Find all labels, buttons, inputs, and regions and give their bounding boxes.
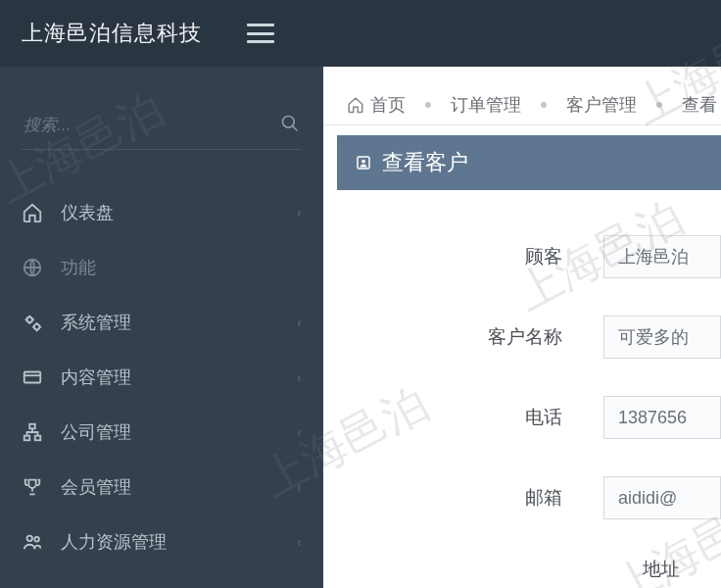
svg-rect-7 — [29, 424, 35, 429]
panel-header: 查看客户 — [337, 135, 721, 190]
sidebar-item-label: 系统管理 — [61, 311, 297, 334]
sidebar-item-system[interactable]: 系统管理 ‹ — [0, 295, 323, 350]
nav-list: 仪表盘 ‹ 功能 系统管理 ‹ 内容管理 — [0, 185, 323, 569]
home-icon — [347, 96, 364, 114]
panel-title: 查看客户 — [382, 148, 468, 177]
breadcrumb-label: 查看 — [682, 93, 717, 117]
svg-point-3 — [27, 318, 33, 323]
search-icon[interactable] — [280, 114, 300, 133]
breadcrumb-view[interactable]: 查看 — [682, 93, 717, 117]
breadcrumb-separator — [425, 102, 431, 108]
chevron-left-icon: ‹ — [298, 424, 301, 440]
chevron-left-icon: ‹ — [298, 479, 301, 495]
svg-point-13 — [361, 160, 365, 164]
chevron-left-icon: ‹ — [298, 205, 301, 220]
card-icon — [22, 367, 43, 388]
form-value[interactable]: aididi@ — [603, 476, 721, 519]
sitemap-icon — [22, 421, 43, 443]
svg-point-10 — [27, 536, 33, 542]
sidebar-item-label: 会员管理 — [61, 475, 297, 499]
breadcrumb-label: 首页 — [370, 93, 406, 117]
breadcrumb-orders[interactable]: 订单管理 — [451, 93, 521, 117]
sidebar-item-dashboard[interactable]: 仪表盘 ‹ — [0, 185, 323, 240]
gears-icon — [22, 312, 43, 333]
hamburger-toggle[interactable] — [247, 24, 274, 43]
brand-title: 上海邑泊信息科技 — [22, 19, 202, 48]
sidebar-item-label: 人力资源管理 — [61, 530, 297, 554]
sidebar-item-member[interactable]: 会员管理 ‹ — [0, 460, 323, 514]
form-row: 客户名称 可爱多的 — [441, 316, 721, 359]
sidebar-item-label: 公司管理 — [61, 420, 297, 444]
form-label: 客户名称 — [441, 324, 603, 350]
home-icon — [22, 202, 43, 223]
form-value[interactable]: 1387656 — [603, 396, 721, 439]
svg-point-11 — [34, 537, 39, 542]
topbar: 上海邑泊信息科技 — [0, 0, 721, 67]
svg-point-0 — [283, 117, 295, 128]
sidebar-item-label: 仪表盘 — [61, 201, 297, 224]
breadcrumb-separator — [656, 102, 662, 108]
form-label: 顾客 — [441, 244, 603, 270]
sidebar-item-company[interactable]: 公司管理 ‹ — [0, 405, 323, 460]
main-area: 首页 订单管理 客户管理 查看 查看客户 顾客 上海邑泊 — [323, 67, 721, 588]
breadcrumb-customers[interactable]: 客户管理 — [566, 93, 637, 117]
breadcrumb-home[interactable]: 首页 — [347, 93, 406, 117]
form-row: 电话 1387656 — [441, 396, 721, 439]
sidebar-item-label: 内容管理 — [61, 366, 297, 389]
search-wrap — [22, 110, 302, 150]
chevron-left-icon: ‹ — [298, 534, 301, 550]
form-value[interactable]: 上海邑泊 — [603, 235, 721, 278]
svg-line-1 — [293, 126, 298, 131]
breadcrumb-label: 订单管理 — [451, 93, 521, 117]
svg-rect-9 — [35, 436, 41, 441]
customer-form: 顾客 上海邑泊 客户名称 可爱多的 电话 1387656 邮箱 aididi@ … — [323, 235, 721, 588]
search-input[interactable] — [22, 110, 302, 141]
users-icon — [22, 531, 43, 553]
svg-rect-5 — [24, 372, 41, 383]
trophy-icon — [22, 476, 43, 498]
breadcrumb-separator — [541, 102, 547, 108]
sidebar-item-label: 功能 — [61, 256, 302, 279]
breadcrumb-label: 客户管理 — [566, 93, 637, 117]
chevron-left-icon: ‹ — [298, 315, 301, 330]
sidebar-item-content[interactable]: 内容管理 ‹ — [0, 350, 323, 405]
form-label: 电话 — [441, 405, 603, 430]
form-label: 邮箱 — [441, 485, 603, 511]
sidebar-item-hr[interactable]: 人力资源管理 ‹ — [0, 514, 323, 569]
form-value[interactable]: 可爱多的 — [603, 316, 721, 359]
sidebar: 仪表盘 ‹ 功能 系统管理 ‹ 内容管理 — [0, 67, 323, 588]
sidebar-item-features[interactable]: 功能 — [0, 240, 323, 295]
form-row: 邮箱 aididi@ — [441, 476, 721, 519]
chevron-left-icon: ‹ — [298, 369, 301, 385]
breadcrumb: 首页 订单管理 客户管理 查看 — [323, 84, 721, 125]
user-icon — [355, 154, 372, 172]
form-label: 地址 — [441, 557, 721, 582]
form-row: 顾客 上海邑泊 — [441, 235, 721, 278]
svg-rect-8 — [24, 436, 30, 441]
globe-icon — [22, 257, 43, 278]
form-row: 地址 — [441, 557, 721, 582]
svg-point-4 — [34, 324, 40, 330]
